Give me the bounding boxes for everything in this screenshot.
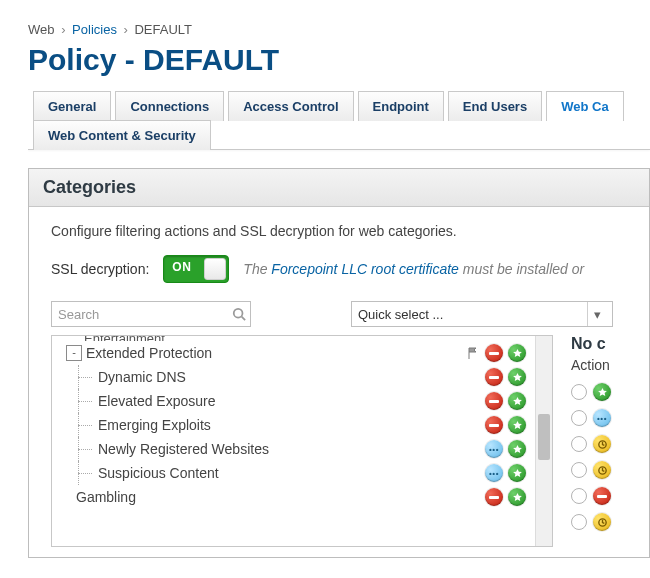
- tab-connections[interactable]: Connections: [115, 91, 224, 121]
- allow-icon[interactable]: [508, 392, 526, 410]
- svg-line-1: [242, 317, 246, 321]
- scrollbar-thumb[interactable]: [538, 414, 550, 460]
- info-icon[interactable]: [485, 464, 503, 482]
- tree-node-label: Emerging Exploits: [98, 417, 485, 433]
- tree-node[interactable]: Newly Registered Websites: [56, 437, 548, 461]
- action-option[interactable]: [571, 457, 631, 483]
- expand-toggle-icon[interactable]: -: [66, 345, 82, 361]
- breadcrumb: Web › Policies › DEFAULT: [28, 22, 650, 37]
- tab-web-categories[interactable]: Web Ca: [546, 91, 623, 121]
- radio-icon[interactable]: [571, 514, 587, 530]
- action-option[interactable]: [571, 509, 631, 535]
- radio-icon[interactable]: [571, 462, 587, 478]
- allow-icon[interactable]: [508, 464, 526, 482]
- block-icon[interactable]: [485, 392, 503, 410]
- quota-icon[interactable]: [593, 435, 611, 453]
- allow-icon[interactable]: [508, 440, 526, 458]
- root-cert-link[interactable]: Forcepoint LLC root certificate: [271, 261, 459, 277]
- tree-node-label: Suspicious Content: [98, 465, 485, 481]
- block-icon[interactable]: [485, 368, 503, 386]
- radio-icon[interactable]: [571, 488, 587, 504]
- tree-node-label: Extended Protection: [86, 345, 466, 361]
- quick-select[interactable]: Quick select ... ▾: [351, 301, 613, 327]
- radio-icon[interactable]: [571, 410, 587, 426]
- side-panel: No c Action: [571, 335, 631, 547]
- info-icon[interactable]: [485, 440, 503, 458]
- page-title: Policy - DEFAULT: [28, 43, 650, 77]
- flag-icon: [466, 346, 480, 360]
- panel-description: Configure filtering actions and SSL decr…: [51, 223, 631, 239]
- tree-node-label: Dynamic DNS: [98, 369, 485, 385]
- tree-node[interactable]: -Extended Protection: [56, 341, 548, 365]
- action-option[interactable]: [571, 379, 631, 405]
- breadcrumb-root: Web: [28, 22, 55, 37]
- search-icon: [232, 307, 246, 321]
- quota-icon[interactable]: [593, 461, 611, 479]
- tree-node[interactable]: Gambling: [56, 485, 548, 509]
- tab-web-content-security[interactable]: Web Content & Security: [33, 120, 211, 150]
- side-title: No c: [571, 335, 631, 353]
- breadcrumb-policies-link[interactable]: Policies: [72, 22, 117, 37]
- allow-icon[interactable]: [508, 344, 526, 362]
- ssl-toggle[interactable]: ON: [163, 255, 229, 283]
- tab-endpoint[interactable]: Endpoint: [358, 91, 444, 121]
- tree-node[interactable]: Suspicious Content: [56, 461, 548, 485]
- tab-end-users[interactable]: End Users: [448, 91, 542, 121]
- categories-panel: Categories Configure filtering actions a…: [28, 168, 650, 558]
- panel-heading: Categories: [29, 169, 649, 207]
- search-input[interactable]: [56, 306, 232, 323]
- allow-icon[interactable]: [593, 383, 611, 401]
- block-icon[interactable]: [593, 487, 611, 505]
- allow-icon[interactable]: [508, 368, 526, 386]
- radio-icon[interactable]: [571, 384, 587, 400]
- tree-node-label: Newly Registered Websites: [98, 441, 485, 457]
- chevron-down-icon: ▾: [587, 302, 606, 326]
- side-action-label: Action: [571, 357, 631, 373]
- tree-node-label: Elevated Exposure: [98, 393, 485, 409]
- action-option[interactable]: [571, 405, 631, 431]
- tree-node[interactable]: Emerging Exploits: [56, 413, 548, 437]
- info-icon[interactable]: [593, 409, 611, 427]
- ssl-toggle-state: ON: [172, 260, 191, 274]
- category-tree[interactable]: Entertainment-Extended ProtectionDynamic…: [51, 335, 553, 547]
- allow-icon[interactable]: [508, 416, 526, 434]
- action-option[interactable]: [571, 431, 631, 457]
- ssl-hint: The Forcepoint LLC root certificate must…: [243, 261, 584, 277]
- tab-row-1: General Connections Access Control Endpo…: [33, 91, 650, 121]
- tree-node[interactable]: Dynamic DNS: [56, 365, 548, 389]
- ssl-label: SSL decryption:: [51, 261, 149, 277]
- scrollbar[interactable]: [535, 336, 552, 546]
- block-icon[interactable]: [485, 488, 503, 506]
- toggle-knob-icon: [204, 258, 226, 280]
- radio-icon[interactable]: [571, 436, 587, 452]
- quota-icon[interactable]: [593, 513, 611, 531]
- action-option[interactable]: [571, 483, 631, 509]
- search-box[interactable]: [51, 301, 251, 327]
- block-icon[interactable]: [485, 416, 503, 434]
- allow-icon[interactable]: [508, 488, 526, 506]
- breadcrumb-leaf: DEFAULT: [134, 22, 192, 37]
- tabs: General Connections Access Control Endpo…: [33, 91, 650, 150]
- tree-node[interactable]: Elevated Exposure: [56, 389, 548, 413]
- tab-row-2: Web Content & Security: [33, 120, 650, 150]
- svg-point-0: [234, 309, 243, 318]
- ssl-row: SSL decryption: ON The Forcepoint LLC ro…: [51, 255, 631, 283]
- block-icon[interactable]: [485, 344, 503, 362]
- controls-row: Quick select ... ▾: [51, 301, 631, 327]
- quick-select-value: Quick select ...: [358, 307, 443, 322]
- tab-access-control[interactable]: Access Control: [228, 91, 353, 121]
- tab-general[interactable]: General: [33, 91, 111, 121]
- tree-node-label: Gambling: [76, 489, 485, 505]
